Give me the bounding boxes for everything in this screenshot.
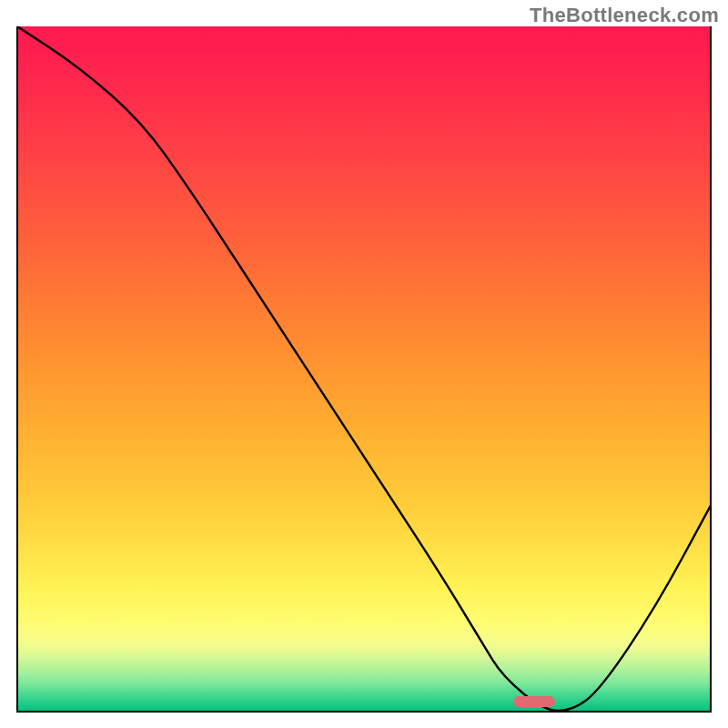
plot-area — [17, 26, 711, 711]
axis-bottom — [16, 711, 712, 713]
axis-right — [710, 26, 712, 712]
chart-frame: TheBottleneck.com — [0, 0, 728, 728]
watermark-text: TheBottleneck.com — [530, 4, 719, 27]
axis-left — [16, 26, 18, 712]
curve-line — [17, 26, 711, 711]
optimal-marker — [513, 696, 555, 707]
